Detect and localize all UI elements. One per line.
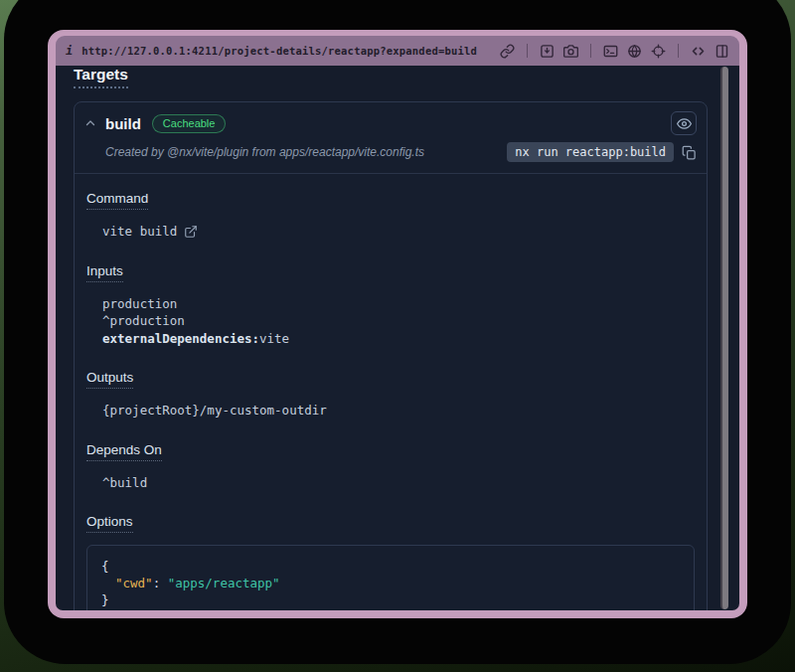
- input-item: externalDependencies: vite: [102, 330, 695, 348]
- command-section: Command vite build: [86, 189, 695, 241]
- toolbar-divider: [590, 44, 591, 58]
- toolbar-divider: [678, 44, 679, 58]
- page-title: Targets: [74, 66, 128, 88]
- target-name: build: [105, 115, 141, 132]
- run-command-chip: nx run reactapp:build: [507, 142, 674, 162]
- camera-icon[interactable]: [563, 44, 578, 59]
- toolbar-actions: [500, 44, 729, 59]
- link-icon[interactable]: [500, 44, 515, 59]
- build-card-header[interactable]: build Cacheable Created by @nx/vite/plug…: [75, 102, 707, 174]
- created-by-text: Created by @nx/vite/plugin from apps/rea…: [105, 145, 424, 159]
- external-link-icon[interactable]: [184, 225, 198, 239]
- scrollbar-track[interactable]: [718, 66, 730, 610]
- address-bar[interactable]: http://127.0.0.1:4211/project-details/re…: [81, 45, 477, 57]
- download-icon[interactable]: [540, 44, 555, 59]
- output-item: {projectRoot}/my-custom-outdir: [102, 402, 695, 420]
- json-string: "apps/reactapp": [168, 576, 280, 590]
- cacheable-badge: Cacheable: [152, 114, 227, 133]
- options-label: Options: [86, 514, 133, 533]
- crosshair-icon[interactable]: [651, 44, 666, 59]
- split-view-icon[interactable]: [715, 44, 729, 59]
- globe-icon[interactable]: [627, 44, 642, 59]
- scrollbar-thumb[interactable]: [720, 67, 728, 609]
- info-icon: i: [66, 44, 73, 58]
- input-item: ^production: [102, 312, 695, 330]
- inputs-label: Inputs: [86, 263, 123, 282]
- terminal-icon[interactable]: [603, 44, 618, 59]
- depends-on-label: Depends On: [86, 442, 162, 461]
- command-label: Command: [86, 191, 148, 210]
- inputs-section: Inputs production ^production externalDe…: [86, 261, 695, 348]
- target-card-build: build Cacheable Created by @nx/vite/plug…: [74, 101, 708, 610]
- command-value: vite build: [102, 223, 177, 241]
- browser-toolbar: i http://127.0.0.1:4211/project-details/…: [56, 36, 739, 66]
- toolbar-divider: [527, 44, 528, 58]
- chevron-up-icon[interactable]: [84, 117, 96, 129]
- code-icon[interactable]: [691, 44, 706, 59]
- outputs-label: Outputs: [86, 370, 133, 389]
- copy-icon[interactable]: [682, 145, 697, 160]
- json-key: "cwd": [115, 576, 153, 590]
- depends-on-section: Depends On ^build: [86, 440, 695, 492]
- options-section: Options {"cwd": "apps/reactapp"}: [86, 512, 695, 610]
- view-graph-button[interactable]: [671, 111, 697, 135]
- page-content: Targets build Cacheable Created by @nx/v…: [56, 66, 739, 610]
- browser-window: i http://127.0.0.1:4211/project-details/…: [48, 30, 747, 618]
- build-card-body: Command vite build Inputs production: [75, 174, 707, 610]
- depends-on-item: ^build: [102, 474, 695, 492]
- options-json-block: {"cwd": "apps/reactapp"}: [86, 545, 695, 610]
- outputs-section: Outputs {projectRoot}/my-custom-outdir: [86, 368, 695, 420]
- input-item: production: [102, 295, 695, 313]
